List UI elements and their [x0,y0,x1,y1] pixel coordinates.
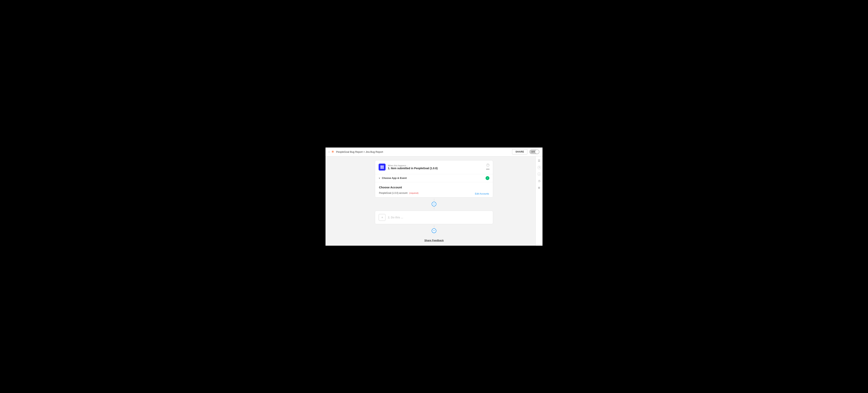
trigger-card: When this happens ... 1. Item submitted … [375,160,493,197]
choose-app-event-row[interactable]: ∨ Choose App & Event ✓ [375,174,493,182]
help-icon[interactable]: ? [486,164,489,167]
connector-1: + [432,197,436,210]
info-icon[interactable]: i [537,172,541,176]
svg-rect-1 [382,166,383,167]
help-circle-icon[interactable]: ? [537,166,541,169]
settings-icon[interactable]: ⚙ [537,186,541,190]
svg-rect-3 [382,167,383,169]
share-feedback-button[interactable]: Share Feedback [424,239,444,242]
toggle-label: OFF [530,151,537,153]
svg-rect-2 [380,167,382,169]
breadcrumb: PeopleGoal Bug Report > Jira Bug Report [336,151,383,153]
account-label: PeopleGoal (1.0.0) account: (required) [379,192,418,194]
chevron-down-icon: ∨ [379,177,380,179]
required-tag: (required) [409,192,418,194]
choose-account-title: Choose Account [379,186,489,189]
back-button[interactable]: ‹ [329,150,330,153]
zap-header-left: When this happens ... 1. Item submitted … [379,164,438,170]
section-label: Choose App & Event [382,176,407,179]
main-content: When this happens ... 1. Item submitted … [326,157,542,246]
more-options-icon[interactable]: ••• [486,167,489,171]
do-this-icon [379,214,385,221]
zap-title-area: When this happens ... 1. Item submitted … [388,164,438,170]
topbar-left: ‹ ✳ PeopleGoal Bug Report > Jira Bug Rep… [329,150,383,154]
choose-account-section: Choose Account PeopleGoal (1.0.0) accoun… [375,182,493,197]
add-step-button[interactable]: + [432,202,436,206]
zapier-logo: ✳ [331,150,335,154]
clock-icon[interactable]: ◷ [537,179,541,183]
app-icon [379,164,385,170]
list-icon[interactable]: ☰ [537,159,541,163]
edit-accounts-link[interactable]: Edit Accounts [475,192,489,195]
when-label: When this happens ... [388,164,438,167]
add-step-button-2[interactable]: + [432,228,436,233]
zap-header: When this happens ... 1. Item submitted … [375,161,493,174]
topbar: ‹ ✳ PeopleGoal Bug Report > Jira Bug Rep… [326,148,542,157]
connector-line-2 [434,225,434,228]
check-circle-icon: ✓ [486,176,489,180]
topbar-right: SHARE OFF [512,149,539,155]
right-sidebar: ☰ ? i ◷ ⚙ [535,157,542,246]
zapier-star-icon: ✳ [331,150,334,154]
do-this-label: 2. Do this ... [388,216,403,219]
do-this-card[interactable]: 2. Do this ... [375,210,493,224]
section-row-left: ∨ Choose App & Event [379,176,407,179]
connector-line-top [434,199,434,202]
connector-line-bottom [434,206,434,209]
step-number: 1. Item submitted in PeopleGoal (1.0.0) [388,167,438,170]
toggle-switch[interactable]: OFF [529,150,539,154]
zap-header-right: ? ••• [486,164,489,171]
share-button[interactable]: SHARE [512,149,527,155]
svg-rect-0 [380,166,382,167]
connector-2: + [432,224,436,234]
